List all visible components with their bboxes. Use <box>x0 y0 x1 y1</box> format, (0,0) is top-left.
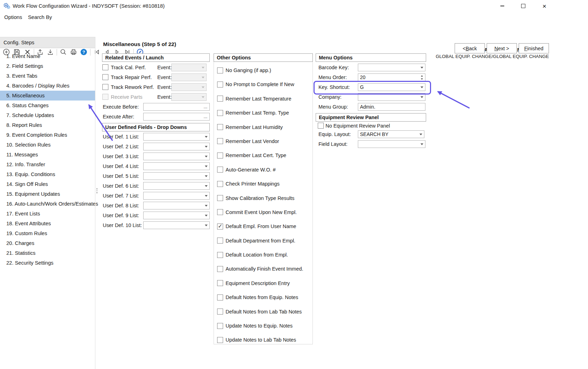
sidebar-item[interactable]: 2. Field Settings <box>0 61 95 71</box>
menu-group-input[interactable]: Admin. <box>358 103 425 111</box>
chevron-down-icon[interactable] <box>203 163 209 169</box>
user-defined-fields-header: User Defined Fields - Drop Downs <box>102 123 210 131</box>
user-def-dropdown[interactable] <box>143 202 210 209</box>
browse-button[interactable]: ... <box>202 104 209 110</box>
event-label: Event: <box>157 92 172 102</box>
chevron-down-icon[interactable] <box>203 212 209 219</box>
chevron-down-icon[interactable] <box>419 84 425 90</box>
user-def-dropdown[interactable] <box>143 162 210 170</box>
sidebar-item[interactable]: 18. Event Attributes <box>0 219 95 228</box>
sidebar-item[interactable]: 20. Charges <box>0 238 95 248</box>
window-title: Work Flow Configuration Wizard - INDYSOF… <box>13 0 165 12</box>
browse-button[interactable]: ... <box>202 114 209 120</box>
sidebar-item[interactable]: 10. Selection Rules <box>0 140 95 150</box>
menu-options[interactable]: Options <box>2 12 24 22</box>
checkbox-label: Receive Parts <box>111 92 143 102</box>
spinner-buttons[interactable] <box>419 74 425 80</box>
splitter-handle[interactable] <box>96 188 98 193</box>
user-def-dropdown[interactable] <box>143 212 210 219</box>
chevron-down-icon[interactable] <box>203 202 209 209</box>
track-cal-perf-checkbox[interactable] <box>102 64 108 70</box>
sidebar-item[interactable]: 22. Security Settings <box>0 258 95 268</box>
sidebar-item[interactable]: 17. Event Lists <box>0 209 95 219</box>
chevron-down-icon[interactable] <box>203 183 209 189</box>
user-def-dropdown[interactable] <box>143 133 210 141</box>
event-label: Event: <box>157 72 172 82</box>
key-shortcut-dropdown[interactable]: G <box>358 83 425 91</box>
chevron-down-icon[interactable] <box>419 141 425 147</box>
chevron-down-icon[interactable] <box>200 94 206 100</box>
sidebar-item[interactable]: 15. Equipment Updates <box>0 189 95 199</box>
close-button[interactable]: × <box>534 0 555 12</box>
sidebar-item[interactable]: 21. Statistics <box>0 248 95 258</box>
field-layout-dropdown[interactable] <box>358 140 425 148</box>
event-dropdown[interactable] <box>171 83 207 91</box>
company-dropdown[interactable] <box>358 93 425 101</box>
user-def-row: User Def. 8 List: <box>102 201 210 211</box>
sidebar-item[interactable]: 3. Event Tabs <box>0 71 95 81</box>
user-def-dropdown[interactable] <box>143 182 210 190</box>
user-def-dropdown[interactable] <box>143 153 210 160</box>
execute-before-input[interactable]: ... <box>143 103 210 111</box>
spinner-down-icon[interactable] <box>419 77 425 80</box>
sidebar-item[interactable]: 13. Equip. Conditions <box>0 169 95 179</box>
checkbox-label[interactable]: Track Rework Perf. <box>111 82 154 92</box>
sidebar-item[interactable]: 19. Custom Rules <box>0 228 95 238</box>
receive-parts-checkbox <box>102 94 108 100</box>
annotation-arrow-shortcut <box>438 92 469 108</box>
chevron-down-icon[interactable] <box>203 222 209 228</box>
chevron-down-icon[interactable] <box>200 84 206 90</box>
no-equipment-review-checkbox[interactable] <box>318 123 324 129</box>
sidebar-item[interactable]: 11. Messages <box>0 150 95 160</box>
user-def-dropdown[interactable] <box>143 192 210 200</box>
sidebar-item-miscellaneous-selected[interactable]: 5. Miscellaneous <box>0 91 95 101</box>
equip-layout-dropdown[interactable]: SEARCH BY <box>358 130 424 138</box>
sidebar-item[interactable]: 6. Status Changes <box>0 101 95 110</box>
chevron-down-icon[interactable] <box>200 74 206 80</box>
next-button[interactable]: Next > <box>487 43 517 53</box>
user-def-dropdown[interactable] <box>143 172 210 180</box>
chevron-down-icon[interactable] <box>418 131 424 137</box>
event-dropdown[interactable] <box>171 93 207 101</box>
user-def-dropdown[interactable] <box>143 221 210 229</box>
menu-options-rows: Barcode Key: Menu Order: 20 Key. Shortcu… <box>316 63 426 112</box>
event-label: Event: <box>157 63 172 72</box>
menu-order-spinner[interactable]: 20 <box>358 73 425 81</box>
chevron-down-icon[interactable] <box>203 173 209 179</box>
maximize-button[interactable] <box>513 0 533 12</box>
back-button[interactable]: < Back <box>455 43 485 53</box>
chevron-down-icon[interactable] <box>203 153 209 160</box>
chevron-down-icon[interactable] <box>203 134 209 140</box>
track-repair-perf-checkbox[interactable] <box>102 74 108 80</box>
sidebar-item[interactable]: 9. Event Completion Rules <box>0 130 95 140</box>
track-rework-perf-checkbox[interactable] <box>102 84 108 90</box>
spinner-up-icon[interactable] <box>419 74 425 77</box>
sidebar-item[interactable]: 8. Report Rules <box>0 120 95 130</box>
sidebar-item[interactable]: 7. Schedule Updates <box>0 110 95 120</box>
user-def-label: User Def. 6 List: <box>103 181 139 191</box>
event-dropdown[interactable] <box>171 64 207 71</box>
menu-search-by[interactable]: Search By <box>26 12 54 22</box>
finished-button[interactable]: Finished <box>519 43 549 53</box>
chevron-down-icon[interactable] <box>203 193 209 199</box>
checkbox-label[interactable]: Track Cal. Perf. <box>111 63 146 72</box>
minimize-button[interactable] <box>492 0 512 12</box>
chevron-down-icon[interactable] <box>419 64 425 71</box>
checkbox-label[interactable]: Track Repair Perf. <box>111 72 152 82</box>
other-options-header: Other Options <box>214 53 313 62</box>
chevron-down-icon[interactable] <box>203 143 209 150</box>
execute-after-input[interactable]: ... <box>143 113 210 121</box>
user-def-dropdown[interactable] <box>143 143 210 150</box>
sidebar-item[interactable]: 4. Barcodes / Display Rules <box>0 81 95 91</box>
sidebar-item[interactable]: 12. Info. Transfer <box>0 160 95 169</box>
maximize-icon <box>521 4 525 8</box>
event-dropdown[interactable] <box>171 73 207 81</box>
chevron-down-icon[interactable] <box>200 64 206 71</box>
sidebar-item[interactable]: 16. Auto-Launch/Work Orders/Estimates <box>0 199 95 209</box>
checkbox-label[interactable]: No Equipment Review Panel <box>325 122 390 130</box>
sidebar-item[interactable]: 14. Sign Off Rules <box>0 179 95 189</box>
sidebar-item[interactable]: 1. Event Name <box>0 51 95 61</box>
key-shortcut-row: Key. Shortcut: G <box>316 82 426 92</box>
chevron-down-icon[interactable] <box>419 94 425 100</box>
barcode-key-dropdown[interactable] <box>358 64 425 71</box>
